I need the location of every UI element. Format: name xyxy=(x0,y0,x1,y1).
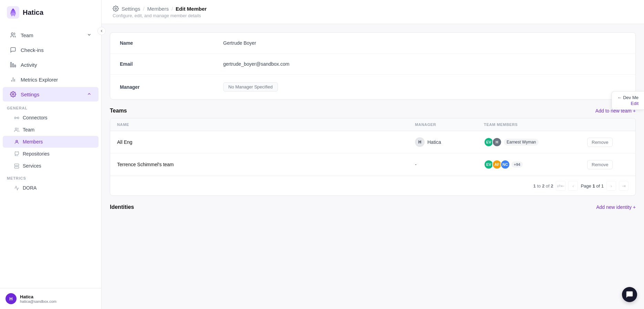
sidebar-item-services-label: Services xyxy=(23,163,41,169)
breadcrumb-members-link[interactable]: Members xyxy=(147,6,169,12)
sidebar-item-activity-label: Activity xyxy=(21,62,37,68)
th-actions xyxy=(587,122,629,127)
floating-edit-link[interactable]: Edit xyxy=(617,101,638,106)
sidebar-item-team-label: Team xyxy=(21,32,33,38)
footer-info: Hatica hatica@sandbox.com xyxy=(20,294,56,303)
breadcrumb-current: Edit Member xyxy=(176,6,207,12)
sidebar-item-members[interactable]: Members xyxy=(3,136,98,148)
sidebar-item-repositories-label: Repositories xyxy=(23,151,50,157)
table-header: NAME MANAGER TEAM MEMBERS xyxy=(110,118,635,131)
pagination-prev-button[interactable]: ‹ xyxy=(568,181,578,191)
team-name-terrence: Terrence Schimmel's team xyxy=(117,162,415,167)
sidebar-item-dora[interactable]: DORA xyxy=(3,182,98,194)
metrics-icon xyxy=(10,76,17,83)
main-content: Settings / Members / Edit Member Configu… xyxy=(102,0,644,309)
identities-section: Identities Add new identity + xyxy=(110,204,636,223)
plus-count-badge: +94 xyxy=(511,161,523,168)
manager-avatar-hatica: H xyxy=(415,137,425,147)
manager-cell-all-eng: H Hatica xyxy=(415,137,484,147)
sidebar-item-team-sub[interactable]: Team xyxy=(3,124,98,136)
page-subtitle: Configure, edit, and manage member detai… xyxy=(113,13,633,18)
members-cell-terrence: EV AF NC +94 xyxy=(484,160,587,169)
name-value: Gertrude Boyer xyxy=(223,40,626,46)
email-value: gertrude_boyer@sandbox.com xyxy=(223,61,626,67)
manager-label: Manager xyxy=(120,84,223,90)
breadcrumb-settings-link[interactable]: Settings xyxy=(122,6,140,12)
member-name-earnest: Earnest Wyman xyxy=(503,138,539,146)
pagination-first-button[interactable]: ⇄⇤ xyxy=(556,181,565,191)
checkins-icon xyxy=(10,46,17,53)
settings-chevron-icon xyxy=(87,92,92,97)
email-label: Email xyxy=(120,61,223,67)
sidebar-item-team-sub-label: Team xyxy=(23,127,34,132)
sidebar-item-checkins[interactable]: Check-ins xyxy=(3,43,98,57)
floating-tooltip: ← Dev Me Edit xyxy=(612,91,644,110)
pagination-range: 1 to 2 of 2 xyxy=(533,183,553,189)
breadcrumb: Settings / Members / Edit Member xyxy=(113,6,633,12)
avatar: H xyxy=(6,293,17,304)
svg-rect-11 xyxy=(14,117,16,119)
sidebar-item-dora-label: DORA xyxy=(23,185,37,191)
svg-rect-12 xyxy=(18,117,19,119)
member-detail-card: Name Gertrude Boyer Email gertrude_boyer… xyxy=(110,32,636,99)
pagination: 1 to 2 of 2 ⇄⇤ ‹ Page 1 of 1 › ⇥ xyxy=(110,176,635,195)
sidebar-item-team[interactable]: Team xyxy=(3,28,98,42)
th-manager: MANAGER xyxy=(415,122,484,127)
sidebar-navigation: Team Check-ins Activity Metrics Explorer xyxy=(0,25,101,288)
name-label: Name xyxy=(120,40,223,46)
sidebar-item-repositories[interactable]: Repositories xyxy=(3,148,98,160)
no-manager-badge[interactable]: No Manager Specified xyxy=(223,82,278,92)
remove-terrence-button[interactable]: Remove xyxy=(587,160,613,169)
sidebar-item-settings-label: Settings xyxy=(21,92,39,97)
th-team-members: TEAM MEMBERS xyxy=(484,122,587,127)
sidebar-footer[interactable]: H Hatica hatica@sandbox.com xyxy=(0,288,101,309)
remove-all-eng-button[interactable]: Remove xyxy=(587,138,613,147)
manager-name-all-eng: Hatica xyxy=(427,139,441,145)
svg-point-14 xyxy=(16,140,18,142)
sidebar-item-settings[interactable]: Settings xyxy=(3,87,98,102)
manager-dash-terrence: - xyxy=(415,162,417,167)
manager-row: Manager No Manager Specified xyxy=(110,75,635,99)
identities-section-title: Identities xyxy=(110,204,134,210)
breadcrumb-settings-icon xyxy=(113,6,119,12)
identities-section-header: Identities Add new identity + xyxy=(110,204,636,210)
team-sub-icon xyxy=(14,127,19,132)
sidebar-item-connectors-label: Connectors xyxy=(23,115,48,120)
name-row: Name Gertrude Boyer xyxy=(110,33,635,54)
page-of-text: Page 1 of 1 xyxy=(581,183,604,189)
table-row: All Eng H Hatica EV H Earnest Wyman Remo… xyxy=(110,131,635,153)
app-name: Hatica xyxy=(23,9,43,17)
svg-rect-15 xyxy=(14,164,19,166)
sidebar-item-connectors[interactable]: Connectors xyxy=(3,112,98,124)
add-new-identity-link[interactable]: Add new identity + xyxy=(596,204,636,210)
general-section-label: General xyxy=(0,102,101,111)
dora-icon xyxy=(14,185,19,191)
sidebar-collapse-button[interactable] xyxy=(97,27,106,35)
chat-bubble-button[interactable] xyxy=(622,287,637,302)
teams-section-title: Teams xyxy=(110,108,127,114)
svg-point-1 xyxy=(11,33,13,35)
svg-rect-16 xyxy=(14,166,19,168)
remove-cell-terrence: Remove xyxy=(587,160,629,169)
pagination-next-button[interactable]: › xyxy=(606,181,616,191)
manager-cell-terrence: - xyxy=(415,162,484,167)
team-icon xyxy=(10,32,17,39)
pagination-last-button[interactable]: ⇥ xyxy=(619,181,629,191)
sidebar-item-metrics-explorer[interactable]: Metrics Explorer xyxy=(3,72,98,87)
members-icon xyxy=(14,139,19,145)
app-logo[interactable]: Hatica xyxy=(0,0,101,25)
sidebar-item-services[interactable]: Services xyxy=(3,160,98,172)
manager-value: No Manager Specified xyxy=(223,82,626,92)
teams-section-header: Teams Add to new team + xyxy=(110,108,636,114)
svg-rect-3 xyxy=(13,64,14,67)
sidebar-item-members-label: Members xyxy=(23,139,43,145)
floating-back[interactable]: ← Dev Me xyxy=(617,95,638,100)
metrics-section-label: Metrics xyxy=(0,172,101,182)
sidebar-item-activity[interactable]: Activity xyxy=(3,57,98,72)
page-header: Settings / Members / Edit Member Configu… xyxy=(102,0,644,24)
sidebar: Hatica Team Check-ins Activity xyxy=(0,0,102,309)
teams-section: Teams Add to new team + NAME MANAGER TEA… xyxy=(110,108,636,196)
th-name: NAME xyxy=(117,122,415,127)
member-avatar-h: H xyxy=(492,137,502,147)
hatica-logo-icon xyxy=(7,6,19,19)
